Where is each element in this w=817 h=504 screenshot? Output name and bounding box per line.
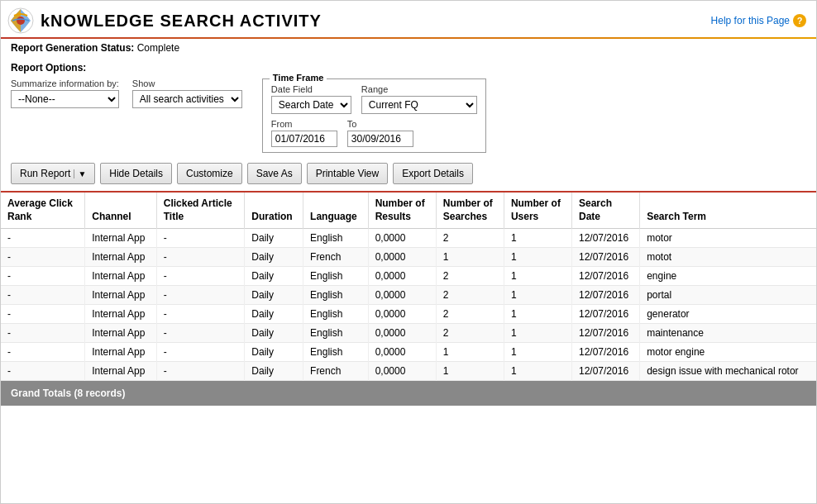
cell-search-date: 12/07/2016 [572,343,640,362]
table-row: - Internal App - Daily English 0,0000 2 … [1,286,816,305]
cell-num-searches: 1 [436,362,504,381]
cell-duration: Daily [245,267,303,286]
cell-avg-click-rank: - [1,248,85,267]
summarize-select[interactable]: --None-- [11,90,119,108]
range-col: Range Current FQ [361,84,477,114]
cell-num-searches: 2 [436,324,504,343]
cell-num-users: 1 [504,362,571,381]
cell-avg-click-rank: - [1,229,85,248]
cell-channel: Internal App [85,286,156,305]
timeframe-box: Time Frame Date Field Search Date Range [262,78,486,153]
export-details-button[interactable]: Export Details [393,163,473,184]
toolbar: Run Report ▼ Hide Details Customize Save… [1,156,816,193]
to-label: To [347,119,413,129]
date-field-select[interactable]: Search Date [271,96,351,114]
svg-point-1 [17,17,25,25]
table-row: - Internal App - Daily English 0,0000 2 … [1,305,816,324]
help-link-text: Help for this Page [711,15,790,26]
cell-duration: Daily [245,248,303,267]
cell-language: French [303,248,369,267]
col-language: Language [303,193,369,229]
cell-clicked-article: - [156,286,245,305]
cell-num-results: 0,0000 [368,286,436,305]
to-input[interactable] [347,131,413,147]
cell-clicked-article: - [156,267,245,286]
run-report-arrow: ▼ [74,169,86,178]
cell-avg-click-rank: - [1,286,85,305]
cell-clicked-article: - [156,305,245,324]
cell-language: English [303,324,369,343]
cell-search-date: 12/07/2016 [572,324,640,343]
cell-avg-click-rank: - [1,362,85,381]
col-clicked-article: Clicked ArticleTitle [156,193,245,229]
cell-language: English [303,305,369,324]
grand-totals: Grand Totals (8 records) [1,381,816,406]
from-input[interactable] [271,131,337,147]
cell-num-users: 1 [504,343,571,362]
help-link[interactable]: Help for this Page ? [711,14,806,27]
cell-clicked-article: - [156,324,245,343]
cell-language: English [303,229,369,248]
col-search-date: SearchDate [572,193,640,229]
timeframe-inner: Date Field Search Date Range Current FQ [271,84,477,147]
show-label: Show [132,78,242,88]
cell-num-users: 1 [504,305,571,324]
date-field-label: Date Field [271,84,351,94]
customize-button[interactable]: Customize [177,163,242,184]
cell-duration: Daily [245,286,303,305]
cell-num-searches: 1 [436,248,504,267]
col-avg-click-rank: Average ClickRank [1,193,85,229]
cell-language: English [303,286,369,305]
from-to-row: From To [271,119,477,147]
cell-search-date: 12/07/2016 [572,362,640,381]
from-label: From [271,119,337,129]
range-select[interactable]: Current FQ [361,96,477,114]
cell-avg-click-rank: - [1,267,85,286]
report-options-label: Report Options: [11,62,806,74]
col-duration: Duration [245,193,303,229]
timeframe-row1: Date Field Search Date Range Current FQ [271,84,477,114]
cell-clicked-article: - [156,343,245,362]
cell-num-users: 1 [504,286,571,305]
cell-search-term: maintenance [640,324,816,343]
header-left: kNOWLEDGE SEARCH ACTIVITY [7,7,322,34]
help-icon: ? [793,14,806,27]
cell-search-date: 12/07/2016 [572,305,640,324]
cell-num-users: 1 [504,267,571,286]
cell-num-results: 0,0000 [368,229,436,248]
col-num-results: Number ofResults [368,193,436,229]
table-row: - Internal App - Daily French 0,0000 1 1… [1,248,816,267]
report-options: Report Options: Summarize information by… [1,57,816,156]
cell-avg-click-rank: - [1,305,85,324]
table-container: Average ClickRank Channel Clicked Articl… [1,193,816,381]
cell-num-results: 0,0000 [368,324,436,343]
col-num-searches: Number ofSearches [436,193,504,229]
status-value: Complete [137,42,179,54]
date-field-col: Date Field Search Date [271,84,351,114]
timeframe-legend: Time Frame [270,73,327,83]
range-label: Range [361,84,477,94]
table-row: - Internal App - Daily French 0,0000 1 1… [1,362,816,381]
cell-avg-click-rank: - [1,324,85,343]
cell-num-results: 0,0000 [368,343,436,362]
page-header: kNOWLEDGE SEARCH ACTIVITY Help for this … [1,1,816,37]
table-header: Average ClickRank Channel Clicked Articl… [1,193,816,229]
logo-icon [7,7,34,34]
save-as-button[interactable]: Save As [247,163,302,184]
table-row: - Internal App - Daily English 0,0000 2 … [1,267,816,286]
run-report-button[interactable]: Run Report ▼ [11,163,95,184]
options-row: Summarize information by: --None-- Show … [11,78,806,153]
from-col: From [271,119,337,147]
hide-details-button[interactable]: Hide Details [100,163,172,184]
cell-channel: Internal App [85,362,156,381]
printable-view-button[interactable]: Printable View [307,163,389,184]
cell-num-results: 0,0000 [368,362,436,381]
cell-search-term: motor engine [640,343,816,362]
show-select[interactable]: All search activities [132,90,242,108]
page-title: kNOWLEDGE SEARCH ACTIVITY [41,12,322,31]
cell-duration: Daily [245,362,303,381]
cell-num-searches: 2 [436,286,504,305]
table-body: - Internal App - Daily English 0,0000 2 … [1,229,816,381]
col-search-term: Search Term [640,193,816,229]
col-num-users: Number ofUsers [504,193,571,229]
